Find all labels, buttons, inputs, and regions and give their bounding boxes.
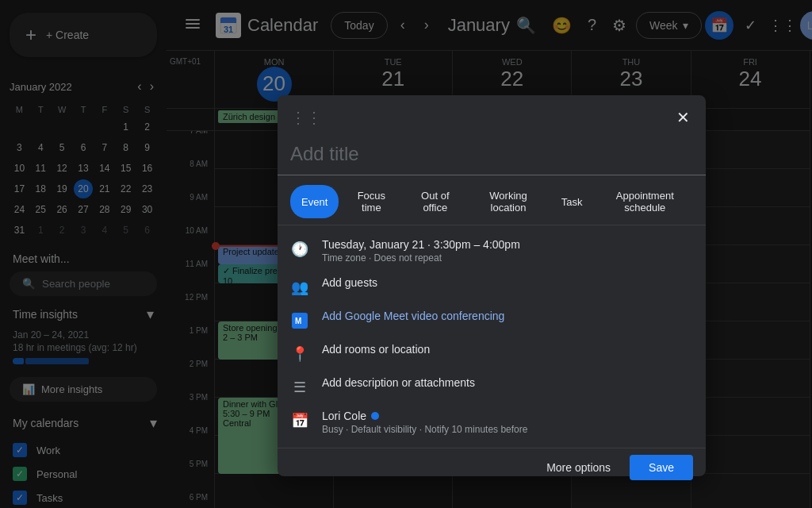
tab-event[interactable]: Event <box>290 185 339 218</box>
modal-guests-content: Add guests <box>322 276 693 289</box>
modal-description-text: Add description or attachments <box>322 376 693 389</box>
calendar-icon: 📅 <box>290 411 309 430</box>
modal-calendar-user: Lori Cole <box>322 410 366 422</box>
modal-meet-link[interactable]: Add Google Meet video conferencing <box>322 310 504 322</box>
clock-icon: 🕐 <box>290 240 309 259</box>
event-title-input[interactable] <box>278 137 706 175</box>
tab-working-location[interactable]: Working location <box>469 185 547 218</box>
modal-overlay[interactable]: ⋮⋮ ✕ Event Focus time Out of office Work… <box>0 0 812 508</box>
modal-datetime-text[interactable]: Tuesday, January 21 · 3:30pm – 4:00pm <box>322 238 693 251</box>
event-creation-modal: ⋮⋮ ✕ Event Focus time Out of office Work… <box>278 95 706 476</box>
modal-meet-row[interactable]: M Add Google Meet video conferencing <box>278 303 706 337</box>
modal-calendar-row: 📅 Lori Cole Busy · Default visibility · … <box>278 403 706 441</box>
modal-add-guests: Add guests <box>322 276 693 289</box>
person-add-icon: 👥 <box>290 278 309 297</box>
modal-datetime-row: 🕐 Tuesday, January 21 · 3:30pm – 4:00pm … <box>278 232 706 270</box>
modal-body: 🕐 Tuesday, January 21 · 3:30pm – 4:00pm … <box>278 225 706 448</box>
modal-description-row[interactable]: ☰ Add description or attachments <box>278 370 706 403</box>
tab-appointment-schedule[interactable]: Appointment schedule <box>597 185 693 218</box>
modal-guests-row[interactable]: 👥 Add guests <box>278 270 706 303</box>
modal-header: ⋮⋮ ✕ <box>278 95 706 137</box>
tab-out-of-office[interactable]: Out of office <box>404 185 466 218</box>
modal-timezone-text[interactable]: Time zone · Does not repeat <box>322 252 693 264</box>
modal-location-row[interactable]: 📍 Add rooms or location <box>278 337 706 370</box>
save-button[interactable]: Save <box>630 455 693 480</box>
description-icon: ☰ <box>290 378 309 397</box>
svg-text:M: M <box>295 317 301 325</box>
calendar-color-dot <box>371 412 379 420</box>
modal-footer: More options Save <box>278 448 706 487</box>
tab-task[interactable]: Task <box>550 185 594 218</box>
meet-icon: M <box>290 311 309 330</box>
modal-calendar-status: Busy · Default visibility · Notify 10 mi… <box>322 424 693 435</box>
modal-drag-handle: ⋮⋮ <box>290 108 322 127</box>
modal-tabs: Event Focus time Out of office Working l… <box>278 175 706 225</box>
more-options-button[interactable]: More options <box>534 455 623 480</box>
tab-focus-time[interactable]: Focus time <box>342 185 400 218</box>
location-icon: 📍 <box>290 344 309 364</box>
modal-description-content: Add description or attachments <box>322 376 693 389</box>
modal-calendar-content: Lori Cole Busy · Default visibility · No… <box>322 410 693 435</box>
modal-meet-content: Add Google Meet video conferencing <box>322 310 693 322</box>
modal-close-button[interactable]: ✕ <box>673 105 693 130</box>
modal-location-content: Add rooms or location <box>322 343 693 356</box>
modal-location-text: Add rooms or location <box>322 343 693 356</box>
modal-datetime-content: Tuesday, January 21 · 3:30pm – 4:00pm Ti… <box>322 238 693 264</box>
